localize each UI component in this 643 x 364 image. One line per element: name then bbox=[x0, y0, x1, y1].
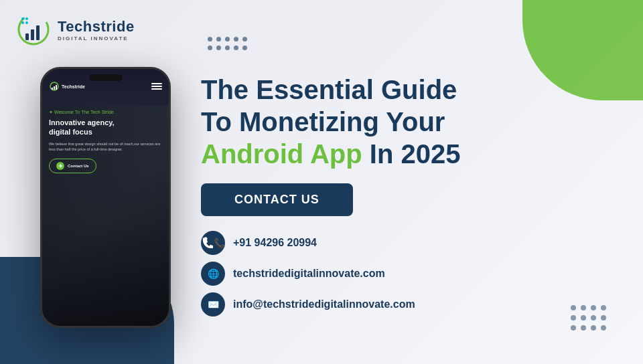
contact-phone-item: 📞 +91 94296 20994 bbox=[201, 231, 630, 255]
svg-rect-11 bbox=[56, 85, 57, 90]
brand-subtitle: DIGITAL INNOVATE bbox=[58, 35, 135, 41]
phone-hamburger bbox=[151, 83, 162, 90]
logo-text: Techstride DIGITAL INNOVATE bbox=[58, 18, 135, 41]
email-icon-circle: ✉️ bbox=[201, 292, 225, 316]
contact-website-item: 🌐 techstridedigitalinnovate.com bbox=[201, 262, 630, 286]
svg-rect-1 bbox=[25, 33, 29, 40]
phone-frame: Techstride ✦ Welcome To The Tech Stride … bbox=[40, 67, 171, 328]
phone-screen: Techstride ✦ Welcome To The Tech Stride … bbox=[42, 69, 169, 326]
contact-info-section: 📞 +91 94296 20994 🌐 techstridedigitalinn… bbox=[201, 231, 630, 316]
headline-highlight: Android App bbox=[201, 139, 362, 169]
svg-rect-3 bbox=[36, 25, 40, 40]
brand-name: Techstride bbox=[58, 18, 135, 35]
phone-notch bbox=[89, 74, 123, 81]
headline-line3-normal: In 2025 bbox=[362, 139, 461, 169]
dot-pattern-top bbox=[208, 37, 247, 50]
phone-mockup: Techstride ✦ Welcome To The Tech Stride … bbox=[40, 67, 171, 328]
svg-rect-2 bbox=[31, 29, 34, 40]
email-address: info@techstridedigitalinnovate.com bbox=[233, 298, 415, 310]
phone-icon bbox=[201, 236, 214, 250]
svg-rect-9 bbox=[52, 88, 53, 90]
phone-content: ✦ Welcome To The Tech Stride Innovative … bbox=[42, 106, 169, 177]
logo-icon bbox=[16, 12, 51, 47]
phone-headline: Innovative agency,digital focus bbox=[49, 118, 162, 137]
contact-email-item: ✉️ info@techstridedigitalinnovate.com bbox=[201, 292, 630, 316]
phone-nav: Techstride bbox=[42, 69, 169, 96]
website-icon-circle: 🌐 bbox=[201, 262, 225, 286]
phone-logo: Techstride bbox=[49, 81, 85, 92]
main-headline: The Essential Guide To Monetizing Your A… bbox=[201, 74, 630, 170]
svg-point-6 bbox=[21, 21, 24, 24]
svg-point-5 bbox=[25, 17, 28, 20]
phone-welcome-text: ✦ Welcome To The Tech Stride bbox=[49, 110, 162, 115]
website-url: techstridedigitalinnovate.com bbox=[233, 268, 385, 280]
headline-line2: To Monetizing Your bbox=[201, 107, 445, 136]
phone-cta-arrow bbox=[56, 162, 64, 170]
svg-rect-10 bbox=[54, 86, 55, 90]
phone-icon-circle: 📞 bbox=[201, 231, 225, 255]
phone-cta-text: Contact Us bbox=[68, 164, 89, 168]
phone-number: +91 94296 20994 bbox=[233, 237, 317, 249]
headline-line1: The Essential Guide bbox=[201, 75, 457, 104]
main-content: The Essential Guide To Monetizing Your A… bbox=[201, 74, 630, 316]
phone-description: We believe that great design should not … bbox=[49, 141, 162, 153]
phone-cta-button[interactable]: Contact Us bbox=[49, 159, 96, 173]
header: Techstride DIGITAL INNOVATE bbox=[16, 12, 135, 47]
svg-point-7 bbox=[25, 21, 28, 24]
svg-point-4 bbox=[21, 17, 24, 20]
contact-us-button[interactable]: CONTACT US bbox=[201, 183, 353, 216]
